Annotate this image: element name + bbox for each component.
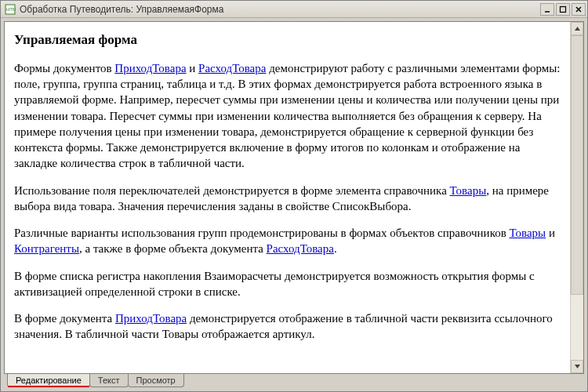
svg-marker-7: [575, 365, 580, 368]
close-button[interactable]: [572, 3, 586, 16]
tab-label: Редактирование: [16, 376, 82, 385]
bottom-tabs: Редактирование Текст Просмотр: [4, 374, 584, 391]
titlebar: HTML Обработка Путеводитель: Управляемая…: [1, 1, 587, 18]
tab-label: Текст: [98, 376, 120, 385]
doc-heading: Управляемая форма: [14, 31, 561, 49]
app-window: HTML Обработка Путеводитель: Управляемая…: [0, 0, 588, 392]
link-prihod-tovara[interactable]: ПриходТовара: [114, 62, 186, 74]
scroll-thumb[interactable]: [571, 35, 583, 295]
app-icon: HTML: [4, 3, 16, 16]
link-tovary-2[interactable]: Товары: [510, 227, 546, 239]
paragraph-4: В форме списка регистра накопления Взаим…: [14, 268, 561, 300]
tab-text[interactable]: Текст: [89, 374, 129, 387]
tab-editing[interactable]: Редактирование: [7, 374, 90, 387]
link-kontragenty[interactable]: Контрагенты: [14, 242, 79, 255]
editor-area: Управляемая форма Формы документов Прихо…: [4, 21, 584, 374]
paragraph-2: Использование поля переключателей демонс…: [14, 183, 561, 215]
link-rashod-tovara-2[interactable]: РасходТовара: [267, 242, 334, 255]
paragraph-5: В форме документа ПриходТовара демонстри…: [14, 310, 561, 343]
paragraph-3: Различные варианты использования групп п…: [14, 225, 561, 257]
tab-label: Просмотр: [136, 376, 176, 385]
window-title: Обработка Путеводитель: УправляемаяФорма: [20, 4, 540, 15]
tab-preview[interactable]: Просмотр: [128, 374, 184, 387]
paragraph-1: Формы документов ПриходТовара и РасходТо…: [14, 60, 561, 172]
minimize-button[interactable]: [540, 3, 554, 16]
svg-rect-3: [561, 6, 566, 12]
window-controls: [540, 3, 586, 16]
link-tovary[interactable]: Товары: [450, 184, 487, 197]
scroll-track[interactable]: [571, 35, 583, 360]
content-wrap: Управляемая форма Формы документов Прихо…: [1, 18, 587, 391]
link-rashod-tovara[interactable]: РасходТовара: [198, 62, 266, 74]
maximize-button[interactable]: [556, 3, 570, 16]
document-body[interactable]: Управляемая форма Формы документов Прихо…: [5, 22, 570, 373]
link-prihod-tovara-2[interactable]: ПриходТовара: [115, 312, 187, 325]
svg-text:HTML: HTML: [6, 7, 16, 12]
scroll-down-button[interactable]: [571, 360, 583, 373]
scroll-up-button[interactable]: [571, 22, 583, 35]
vertical-scrollbar[interactable]: [570, 22, 583, 373]
svg-marker-6: [575, 27, 580, 31]
